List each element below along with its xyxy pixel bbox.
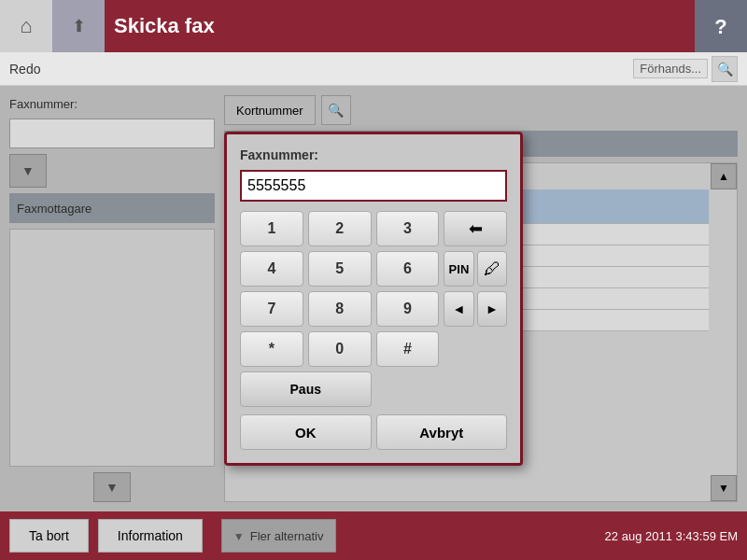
keypad-dialog-overlay: Faxnummer: 1 2 3 ⬅ 4 5 6 PIN 🖊	[0, 86, 747, 511]
timestamp: 22 aug 2011 3:43:59 EM	[605, 529, 738, 543]
key-hash-button[interactable]: #	[376, 331, 440, 367]
preview-search-button[interactable]	[712, 56, 738, 82]
help-icon	[714, 13, 726, 39]
keypad-dialog: Faxnummer: 1 2 3 ⬅ 4 5 6 PIN 🖊	[224, 132, 523, 466]
eraser-icon: 🖊	[484, 259, 500, 279]
status-bar: Redo Förhands...	[0, 52, 747, 86]
home-icon	[20, 14, 32, 38]
footer: Ta bort Information Fler alternativ 22 a…	[0, 511, 747, 560]
more-options-label: Fler alternativ	[250, 529, 324, 543]
left-arrow-icon: ◄	[453, 301, 466, 316]
key-3-button[interactable]: 3	[376, 211, 440, 246]
left-arrow-button[interactable]: ◄	[444, 291, 473, 327]
keypad-grid: 1 2 3 ⬅ 4 5 6 PIN 🖊 7 8 9	[240, 211, 507, 407]
help-button[interactable]	[695, 0, 747, 52]
right-arrow-button[interactable]: ►	[477, 291, 507, 327]
key-8-button[interactable]: 8	[308, 291, 372, 327]
more-icon	[233, 529, 245, 543]
key-7-button[interactable]: 7	[240, 291, 303, 327]
main-content: Faxnummer: Faxmottagare Kortnummer ummer	[0, 86, 747, 511]
backspace-icon: ⬅	[469, 218, 483, 239]
keypad-title: Faxnummer:	[240, 147, 507, 162]
right-arrow-icon: ►	[486, 301, 499, 316]
pin-button[interactable]: PIN	[444, 251, 473, 287]
arrow-group: ◄ ►	[444, 291, 507, 327]
keypad-actions: OK Avbryt	[240, 414, 507, 450]
key-0-button[interactable]: 0	[308, 331, 372, 367]
pin-eraser-group: PIN 🖊	[444, 251, 507, 287]
key-4-button[interactable]: 4	[240, 251, 303, 287]
ok-button[interactable]: OK	[240, 414, 372, 450]
delete-button[interactable]: Ta bort	[9, 519, 89, 553]
more-options-button[interactable]: Fler alternativ	[221, 519, 336, 553]
preview-button[interactable]: Förhands...	[633, 59, 708, 78]
preview-area: Förhands...	[633, 56, 738, 82]
status-text: Redo	[9, 62, 40, 77]
keypad-input[interactable]	[240, 170, 507, 202]
arrow-up-button[interactable]	[52, 0, 105, 52]
information-button[interactable]: Information	[98, 519, 203, 553]
search-icon	[717, 61, 733, 77]
cancel-button[interactable]: Avbryt	[376, 414, 508, 450]
paus-button[interactable]: Paus	[240, 371, 372, 407]
key-1-button[interactable]: 1	[240, 211, 303, 246]
header: Skicka fax	[0, 0, 747, 52]
arrow-up-icon	[72, 16, 86, 36]
key-2-button[interactable]: 2	[308, 211, 372, 246]
eraser-button[interactable]: 🖊	[477, 251, 507, 287]
key-star-button[interactable]: *	[240, 331, 303, 367]
key-6-button[interactable]: 6	[376, 251, 440, 287]
backspace-button[interactable]: ⬅	[444, 211, 507, 246]
page-title: Skicka fax	[105, 14, 695, 38]
key-5-button[interactable]: 5	[308, 251, 372, 287]
home-button[interactable]	[0, 0, 52, 52]
key-9-button[interactable]: 9	[376, 291, 440, 327]
